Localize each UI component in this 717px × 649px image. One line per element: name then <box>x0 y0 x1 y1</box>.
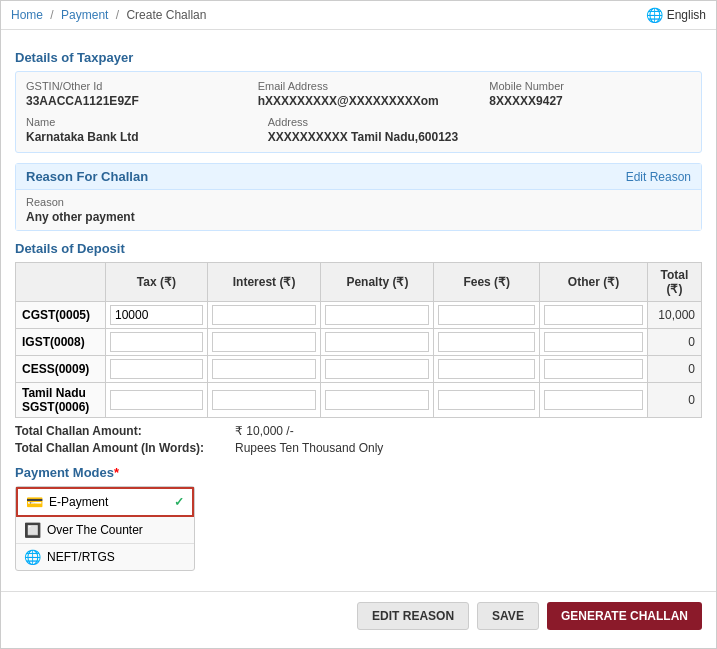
payment-modes-title: Payment Modes* <box>15 465 702 480</box>
input-tax-3[interactable] <box>110 390 203 410</box>
cell-other-3[interactable] <box>540 383 648 418</box>
payment-mode-label-e-payment: E-Payment <box>49 495 108 509</box>
edit-reason-link[interactable]: Edit Reason <box>626 170 691 184</box>
main-content: Details of Taxpayer GSTIN/Other Id 33AAC… <box>1 30 716 581</box>
breadcrumb-payment[interactable]: Payment <box>61 8 108 22</box>
cell-other-2[interactable] <box>540 356 648 383</box>
cell-fees-1[interactable] <box>434 329 540 356</box>
cell-penalty-2[interactable] <box>321 356 434 383</box>
globe-icon: 🌐 <box>646 7 663 23</box>
email-value: hXXXXXXXXX@XXXXXXXXXom <box>258 94 460 108</box>
table-row: IGST(0008)0 <box>16 329 702 356</box>
reason-section-title: Reason For Challan <box>26 169 148 184</box>
breadcrumb-sep1: / <box>50 8 57 22</box>
cell-penalty-3[interactable] <box>321 383 434 418</box>
table-row: Tamil Nadu SGST(0006)0 <box>16 383 702 418</box>
col-header-other: Other (₹) <box>540 263 648 302</box>
input-interest-2[interactable] <box>212 359 316 379</box>
page-container: Home / Payment / Create Challan 🌐 Englis… <box>0 0 717 649</box>
cell-tax-0[interactable] <box>106 302 208 329</box>
input-penalty-2[interactable] <box>325 359 429 379</box>
row-label-0: CGST(0005) <box>16 302 106 329</box>
row-label-3: Tamil Nadu SGST(0006) <box>16 383 106 418</box>
cell-penalty-0[interactable] <box>321 302 434 329</box>
generate-challan-button[interactable]: GENERATE CHALLAN <box>547 602 702 630</box>
input-tax-2[interactable] <box>110 359 203 379</box>
mobile-value: 8XXXXX9427 <box>489 94 691 108</box>
input-other-0[interactable] <box>544 305 643 325</box>
input-penalty-0[interactable] <box>325 305 429 325</box>
col-header-penalty: Penalty (₹) <box>321 263 434 302</box>
cell-total-2: 0 <box>647 356 701 383</box>
payment-mode-e-payment[interactable]: 💳E-Payment✓ <box>16 487 194 517</box>
col-header-0 <box>16 263 106 302</box>
payment-mode-label-over-counter: Over The Counter <box>47 523 143 537</box>
input-fees-0[interactable] <box>438 305 535 325</box>
cell-fees-3[interactable] <box>434 383 540 418</box>
breadcrumb-home[interactable]: Home <box>11 8 43 22</box>
challan-totals: Total Challan Amount: ₹ 10,000 /- Total … <box>15 424 702 455</box>
payment-mode-icon-over-counter: 🔲 <box>24 522 41 538</box>
name-field: Name Karnataka Bank Ltd <box>26 116 238 144</box>
cell-fees-0[interactable] <box>434 302 540 329</box>
cell-total-0: 10,000 <box>647 302 701 329</box>
payment-mode-list: 💳E-Payment✓🔲Over The Counter🌐NEFT/RTGS <box>15 486 195 571</box>
cell-fees-2[interactable] <box>434 356 540 383</box>
col-header-interest: Interest (₹) <box>207 263 320 302</box>
taxpayer-details: GSTIN/Other Id 33AACCA1121E9ZF Email Add… <box>15 71 702 153</box>
row-label-1: IGST(0008) <box>16 329 106 356</box>
cell-interest-3[interactable] <box>207 383 320 418</box>
input-fees-1[interactable] <box>438 332 535 352</box>
input-other-2[interactable] <box>544 359 643 379</box>
input-interest-0[interactable] <box>212 305 316 325</box>
input-interest-1[interactable] <box>212 332 316 352</box>
mobile-field: Mobile Number 8XXXXX9427 <box>489 80 691 108</box>
cell-interest-2[interactable] <box>207 356 320 383</box>
cell-other-1[interactable] <box>540 329 648 356</box>
cell-penalty-1[interactable] <box>321 329 434 356</box>
input-tax-1[interactable] <box>110 332 203 352</box>
checkmark-icon: ✓ <box>174 495 184 509</box>
table-row: CESS(0009)0 <box>16 356 702 383</box>
cell-total-3: 0 <box>647 383 701 418</box>
reason-value: Any other payment <box>26 210 691 224</box>
deposit-table-header: Tax (₹) Interest (₹) Penalty (₹) Fees (₹… <box>16 263 702 302</box>
email-field: Email Address hXXXXXXXXX@XXXXXXXXXom <box>258 80 460 108</box>
cell-tax-3[interactable] <box>106 383 208 418</box>
reason-section: Reason For Challan Edit Reason Reason An… <box>15 163 702 231</box>
deposit-section: Details of Deposit Tax (₹) Interest (₹) … <box>15 241 702 455</box>
address-field: Address XXXXXXXXXX Tamil Nadu,600123 <box>268 116 691 144</box>
input-other-3[interactable] <box>544 390 643 410</box>
cell-tax-2[interactable] <box>106 356 208 383</box>
deposit-section-title: Details of Deposit <box>15 241 702 256</box>
reason-header: Reason For Challan Edit Reason <box>16 164 701 190</box>
cell-interest-0[interactable] <box>207 302 320 329</box>
input-penalty-3[interactable] <box>325 390 429 410</box>
input-interest-3[interactable] <box>212 390 316 410</box>
col-header-fees: Fees (₹) <box>434 263 540 302</box>
save-button[interactable]: SAVE <box>477 602 539 630</box>
input-fees-3[interactable] <box>438 390 535 410</box>
payment-mode-icon-neft-rtgs: 🌐 <box>24 549 41 565</box>
input-fees-2[interactable] <box>438 359 535 379</box>
input-other-1[interactable] <box>544 332 643 352</box>
cell-interest-1[interactable] <box>207 329 320 356</box>
total-amount-label: Total Challan Amount: <box>15 424 235 438</box>
cell-other-0[interactable] <box>540 302 648 329</box>
col-header-total: Total (₹) <box>647 263 701 302</box>
payment-mode-neft-rtgs[interactable]: 🌐NEFT/RTGS <box>16 544 194 570</box>
input-penalty-1[interactable] <box>325 332 429 352</box>
input-tax-0[interactable] <box>110 305 203 325</box>
edit-reason-button[interactable]: EDIT REASON <box>357 602 469 630</box>
cell-tax-1[interactable] <box>106 329 208 356</box>
table-row: CGST(0005)10,000 <box>16 302 702 329</box>
col-header-tax: Tax (₹) <box>106 263 208 302</box>
address-value: XXXXXXXXXX Tamil Nadu,600123 <box>268 130 691 144</box>
cell-total-1: 0 <box>647 329 701 356</box>
payment-mode-over-counter[interactable]: 🔲Over The Counter <box>16 517 194 544</box>
payment-modes-label: Payment Modes <box>15 465 114 480</box>
breadcrumb: Home / Payment / Create Challan <box>11 8 206 22</box>
language-selector[interactable]: 🌐 English <box>646 7 706 23</box>
footer-buttons: EDIT REASON SAVE GENERATE CHALLAN <box>1 591 716 640</box>
top-bar: Home / Payment / Create Challan 🌐 Englis… <box>1 1 716 30</box>
